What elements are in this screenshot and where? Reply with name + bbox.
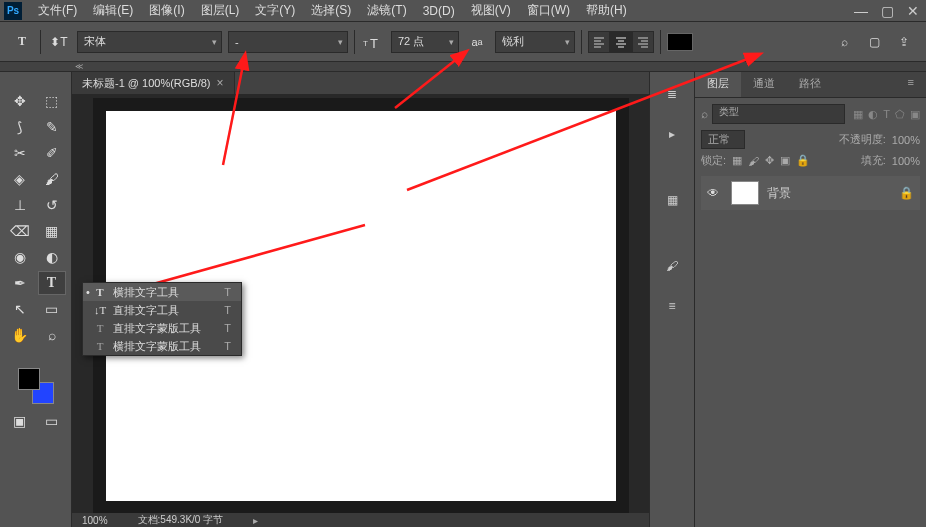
svg-line-16 bbox=[407, 58, 750, 190]
vertical-type-icon: ↓T bbox=[93, 304, 107, 316]
annotation-arrows bbox=[0, 0, 926, 527]
svg-line-15 bbox=[395, 58, 458, 108]
type-tool-flyout: T 横排文字工具 T ↓T 直排文字工具 T T 直排文字蒙版工具 T T 横排… bbox=[82, 282, 242, 356]
vertical-type-mask-icon: T bbox=[93, 322, 107, 334]
horizontal-type-tool[interactable]: T 横排文字工具 T bbox=[83, 283, 241, 301]
svg-line-14 bbox=[223, 65, 243, 165]
vertical-type-mask-tool[interactable]: T 直排文字蒙版工具 T bbox=[83, 319, 241, 337]
horizontal-type-mask-tool[interactable]: T 横排文字蒙版工具 T bbox=[83, 337, 241, 355]
type-icon: T bbox=[93, 286, 107, 298]
horizontal-type-mask-icon: T bbox=[93, 340, 107, 352]
vertical-type-tool[interactable]: ↓T 直排文字工具 T bbox=[83, 301, 241, 319]
